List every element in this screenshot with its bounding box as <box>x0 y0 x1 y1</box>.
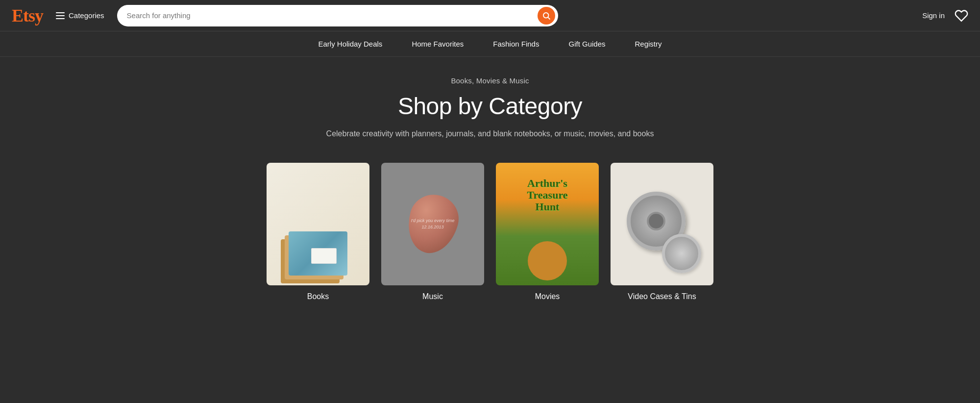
search-input[interactable] <box>127 11 538 20</box>
search-icon <box>542 11 551 20</box>
hamburger-icon <box>56 12 65 19</box>
categories-button[interactable]: Categories <box>51 8 109 23</box>
svg-point-0 <box>543 13 549 18</box>
categories-label: Categories <box>69 11 104 20</box>
nav-item-fashion-finds[interactable]: Fashion Finds <box>493 38 539 50</box>
signin-button[interactable]: Sign in <box>922 11 945 20</box>
movies-label: Movies <box>535 292 560 301</box>
video-cases-label: Video Cases & Tins <box>628 292 696 301</box>
etsy-logo[interactable]: Etsy <box>12 5 43 26</box>
movie-character <box>528 241 567 280</box>
page-title: Shop by Category <box>10 93 970 120</box>
music-image: I'd pick you every time 12.16.2013 <box>381 163 484 285</box>
category-card-movies[interactable]: Arthur'sTreasureHunt Movies <box>496 163 599 301</box>
category-card-music[interactable]: I'd pick you every time 12.16.2013 Music <box>381 163 484 301</box>
category-grid: Books I'd pick you every time 12.16.2013… <box>245 163 735 301</box>
header-right: Sign in <box>922 9 968 23</box>
books-image <box>267 163 369 285</box>
nav-item-home-favorites[interactable]: Home Favorites <box>412 38 464 50</box>
heart-icon <box>955 9 968 23</box>
guitar-pick: I'd pick you every time 12.16.2013 <box>401 189 464 259</box>
music-label: Music <box>422 292 443 301</box>
film-reel-small <box>662 234 701 273</box>
nav-bar: Early Holiday Deals Home Favorites Fashi… <box>0 31 980 57</box>
main-content: Books, Movies & Music Shop by Category C… <box>0 57 980 330</box>
nav-item-early-holiday-deals[interactable]: Early Holiday Deals <box>318 38 382 50</box>
books-label: Books <box>307 292 329 301</box>
breadcrumb: Books, Movies & Music <box>10 76 970 85</box>
search-bar <box>117 5 558 26</box>
search-button[interactable] <box>538 7 555 25</box>
svg-line-1 <box>548 17 550 19</box>
nav-item-registry[interactable]: Registry <box>635 38 662 50</box>
category-card-books[interactable]: Books <box>267 163 369 301</box>
nav-item-gift-guides[interactable]: Gift Guides <box>568 38 605 50</box>
header: Etsy Categories Sign in <box>0 0 980 31</box>
video-cases-image <box>611 163 713 285</box>
wishlist-button[interactable] <box>955 9 968 23</box>
category-card-video-cases[interactable]: Video Cases & Tins <box>611 163 713 301</box>
movies-image: Arthur'sTreasureHunt <box>496 163 599 285</box>
page-subtitle: Celebrate creativity with planners, jour… <box>10 129 970 138</box>
